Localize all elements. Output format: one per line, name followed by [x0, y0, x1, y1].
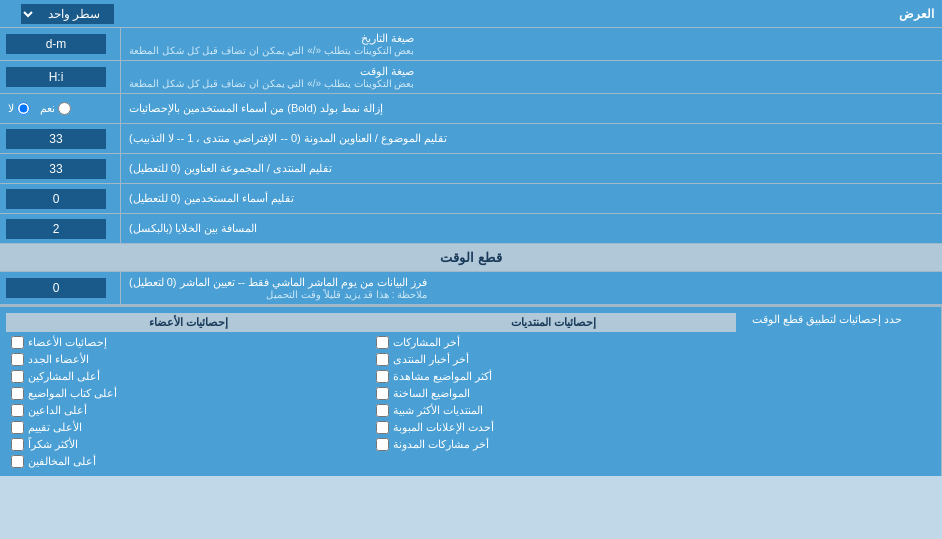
checkbox-area: إحصائيات المنتديات أخر المشاركات أخر أخب… — [0, 307, 742, 476]
bold-radio-no[interactable] — [17, 102, 30, 115]
checkbox-item-posts-6: أحدث الإعلانات المبوبة — [371, 419, 736, 436]
bold-radio-yes[interactable] — [58, 102, 71, 115]
checkbox-posts-4[interactable] — [376, 387, 389, 400]
time-format-row: صيغة الوقت بعض التكوينات يتطلب «/» التي … — [0, 61, 942, 94]
username-trim-row: تقليم أسماء المستخدمين (0 للتعطيل) — [0, 184, 942, 214]
cutoff-input[interactable] — [6, 278, 106, 298]
checkbox-group: إحصائيات المنتديات أخر المشاركات أخر أخب… — [6, 313, 736, 470]
checkbox-members-5[interactable] — [11, 404, 24, 417]
cell-spacing-row: المسافة بين الخلايا (بالبكسل) — [0, 214, 942, 244]
cell-spacing-input-wrapper — [0, 214, 120, 243]
bold-radio-no-label: لا — [8, 102, 30, 115]
bold-radio-yes-label: نعم — [40, 102, 71, 115]
username-trim-input-wrapper — [0, 184, 120, 213]
checkbox-item-members-6: الأعلى تقييم — [6, 419, 371, 436]
main-container: العرض سطر واحد سطرين ثلاثة أسطر صيغة الت… — [0, 0, 942, 476]
checkbox-item-posts-3: أكثر المواضيع مشاهدة — [371, 368, 736, 385]
cutoff-label: فرز البيانات من يوم الماشر الماشي فقط --… — [120, 272, 942, 304]
date-format-input[interactable] — [6, 34, 106, 54]
checkbox-item-members-2: الأعضاء الجدد — [6, 351, 371, 368]
checkbox-item-members-3: أعلى المشاركين — [6, 368, 371, 385]
cutoff-input-wrapper — [0, 272, 120, 304]
bold-radio-options: نعم لا — [0, 94, 120, 123]
stats-apply-label: حدد إحصائيات لتطبيق قطع الوقت — [752, 313, 902, 326]
bold-row: إزالة نمط بولد (Bold) من أسماء المستخدمي… — [0, 94, 942, 124]
checkbox-posts-6[interactable] — [376, 421, 389, 434]
display-select[interactable]: سطر واحد سطرين ثلاثة أسطر — [21, 4, 114, 24]
members-checkbox-col: إحصائيات الأعضاء إحصائيات الأعضاء الأعضا… — [6, 313, 371, 470]
username-trim-input[interactable] — [6, 189, 106, 209]
checkbox-item-posts-4: المواضيع الساخنة — [371, 385, 736, 402]
checkbox-posts-3[interactable] — [376, 370, 389, 383]
checkbox-members-6[interactable] — [11, 421, 24, 434]
display-label: العرض — [120, 3, 942, 25]
cutoff-row: فرز البيانات من يوم الماشر الماشي فقط --… — [0, 272, 942, 305]
display-row: العرض سطر واحد سطرين ثلاثة أسطر — [0, 0, 942, 28]
checkbox-item-members-7: الأكثر شكراً — [6, 436, 371, 453]
forum-trim-input-wrapper — [0, 154, 120, 183]
forum-trim-input[interactable] — [6, 159, 106, 179]
posts-col-header: إحصائيات المنتديات — [371, 313, 736, 332]
topic-trim-input-wrapper — [0, 124, 120, 153]
date-format-row: صيغة التاريخ بعض التكوينات يتطلب «/» الت… — [0, 28, 942, 61]
time-format-input-wrapper — [0, 61, 120, 93]
checkbox-item-members-5: أعلى الداعين — [6, 402, 371, 419]
display-select-wrapper: سطر واحد سطرين ثلاثة أسطر — [0, 1, 120, 27]
time-format-input[interactable] — [6, 67, 106, 87]
checkbox-item-posts-7: أخر مشاركات المدونة — [371, 436, 736, 453]
checkbox-members-4[interactable] — [11, 387, 24, 400]
date-format-label: صيغة التاريخ بعض التكوينات يتطلب «/» الت… — [120, 28, 942, 60]
cell-spacing-input[interactable] — [6, 219, 106, 239]
checkbox-posts-7[interactable] — [376, 438, 389, 451]
topic-trim-row: تقليم الموضوع / العناوين المدونة (0 -- ا… — [0, 124, 942, 154]
checkbox-members-1[interactable] — [11, 336, 24, 349]
checkbox-item-posts-1: أخر المشاركات — [371, 334, 736, 351]
bold-label: إزالة نمط بولد (Bold) من أسماء المستخدمي… — [120, 94, 942, 123]
posts-checkbox-col: إحصائيات المنتديات أخر المشاركات أخر أخب… — [371, 313, 736, 470]
bottom-section: حدد إحصائيات لتطبيق قطع الوقت إحصائيات ا… — [0, 305, 942, 476]
date-format-input-wrapper — [0, 28, 120, 60]
stats-apply-label-wrapper: حدد إحصائيات لتطبيق قطع الوقت — [742, 307, 942, 476]
checkbox-item-members-8: أعلى المخالفين — [6, 453, 371, 470]
forum-trim-row: تقليم المنتدى / المجموعة العناوين (0 للت… — [0, 154, 942, 184]
checkbox-item-members-4: أعلى كتاب المواضيع — [6, 385, 371, 402]
topic-trim-input[interactable] — [6, 129, 106, 149]
username-trim-label: تقليم أسماء المستخدمين (0 للتعطيل) — [120, 184, 942, 213]
checkbox-members-3[interactable] — [11, 370, 24, 383]
checkbox-posts-2[interactable] — [376, 353, 389, 366]
checkbox-item-posts-2: أخر أخبار المنتدى — [371, 351, 736, 368]
checkbox-members-7[interactable] — [11, 438, 24, 451]
topic-trim-label: تقليم الموضوع / العناوين المدونة (0 -- ا… — [120, 124, 942, 153]
time-format-label: صيغة الوقت بعض التكوينات يتطلب «/» التي … — [120, 61, 942, 93]
checkbox-members-2[interactable] — [11, 353, 24, 366]
checkbox-posts-5[interactable] — [376, 404, 389, 417]
checkbox-members-8[interactable] — [11, 455, 24, 468]
checkbox-item-posts-5: المنتديات الأكثر شبية — [371, 402, 736, 419]
checkbox-item-members-1: إحصائيات الأعضاء — [6, 334, 371, 351]
cell-spacing-label: المسافة بين الخلايا (بالبكسل) — [120, 214, 942, 243]
forum-trim-label: تقليم المنتدى / المجموعة العناوين (0 للت… — [120, 154, 942, 183]
cutoff-header: قطع الوقت — [0, 244, 942, 272]
checkbox-posts-1[interactable] — [376, 336, 389, 349]
members-col-header: إحصائيات الأعضاء — [6, 313, 371, 332]
